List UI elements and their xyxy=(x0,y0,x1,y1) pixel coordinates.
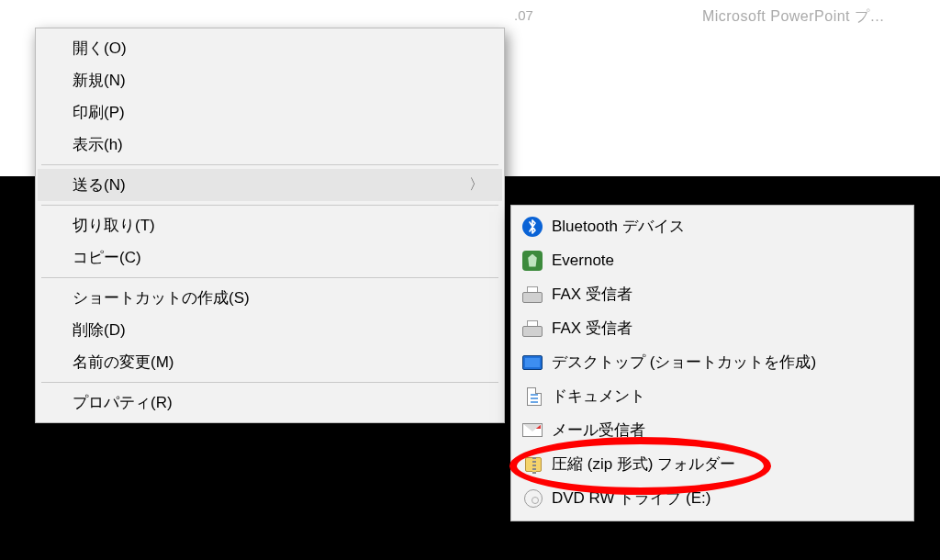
menu-separator xyxy=(41,277,498,278)
menu-item-copy[interactable]: コピー(C) xyxy=(38,241,502,274)
menu-item-create-shortcut[interactable]: ショートカットの作成(S) xyxy=(38,282,502,314)
menu-item-cut[interactable]: 切り取り(T) xyxy=(38,209,502,241)
submenu-arrow-icon: 〉 xyxy=(469,175,484,195)
context-menu[interactable]: 開く(O) 新規(N) 印刷(P) 表示(h) 送る(N) 〉 切り取り(T) … xyxy=(35,28,505,423)
mail-icon xyxy=(522,420,543,441)
menu-item-label: プロパティ(R) xyxy=(73,392,486,413)
evernote-icon xyxy=(522,251,543,271)
submenu-item-fax-2[interactable]: FAX 受信者 xyxy=(513,311,912,345)
fax-icon xyxy=(522,285,543,305)
fax-icon xyxy=(522,319,543,339)
bluetooth-icon xyxy=(522,217,543,237)
submenu-item-label: デスクトップ (ショートカットを作成) xyxy=(552,352,816,373)
title-fragment: .07 xyxy=(514,7,533,23)
submenu-item-compressed-zip-folder[interactable]: 圧縮 (zip 形式) フォルダー xyxy=(513,447,912,481)
zip-folder-icon xyxy=(522,454,543,475)
menu-item-label: 切り取り(T) xyxy=(73,215,486,236)
menu-item-open[interactable]: 開く(O) xyxy=(38,32,502,64)
menu-item-print[interactable]: 印刷(P) xyxy=(38,96,502,129)
desktop-icon xyxy=(522,353,543,373)
menu-item-delete[interactable]: 削除(D) xyxy=(38,314,502,346)
menu-item-label: 新規(N) xyxy=(73,70,486,91)
menu-item-rename[interactable]: 名前の変更(M) xyxy=(38,346,502,378)
submenu-item-evernote[interactable]: Evernote xyxy=(513,243,912,277)
menu-item-label: 削除(D) xyxy=(73,319,486,341)
send-to-submenu[interactable]: Bluetooth デバイス Evernote FAX 受信者 FAX 受信者 … xyxy=(510,205,914,521)
menu-separator xyxy=(41,382,498,383)
menu-separator xyxy=(41,164,498,165)
menu-item-label: ショートカットの作成(S) xyxy=(73,287,486,308)
submenu-item-mail-recipient[interactable]: メール受信者 xyxy=(513,413,912,447)
submenu-item-label: Bluetooth デバイス xyxy=(552,216,685,237)
menu-item-label: 印刷(P) xyxy=(73,102,486,123)
submenu-item-label: DVD RW ドライブ (E:) xyxy=(552,487,711,509)
menu-item-view[interactable]: 表示(h) xyxy=(38,129,502,161)
menu-item-properties[interactable]: プロパティ(R) xyxy=(38,386,502,419)
submenu-item-fax-1[interactable]: FAX 受信者 xyxy=(513,277,912,311)
submenu-item-label: FAX 受信者 xyxy=(552,284,632,305)
dvd-drive-icon xyxy=(522,488,543,509)
submenu-item-label: ドキュメント xyxy=(552,386,645,407)
app-title-fragment: Microsoft PowerPoint プ… xyxy=(702,7,885,27)
submenu-item-desktop-shortcut[interactable]: デスクトップ (ショートカットを作成) xyxy=(513,345,912,379)
menu-item-label: 開く(O) xyxy=(73,38,486,59)
submenu-item-label: FAX 受信者 xyxy=(552,318,632,339)
menu-item-send-to[interactable]: 送る(N) 〉 xyxy=(38,169,502,201)
submenu-item-bluetooth[interactable]: Bluetooth デバイス xyxy=(513,209,912,243)
submenu-item-label: 圧縮 (zip 形式) フォルダー xyxy=(552,454,735,475)
menu-item-label: 名前の変更(M) xyxy=(73,352,486,373)
document-icon xyxy=(522,386,543,407)
submenu-item-documents[interactable]: ドキュメント xyxy=(513,379,912,413)
submenu-item-label: Evernote xyxy=(552,252,614,270)
submenu-item-label: メール受信者 xyxy=(552,420,645,441)
menu-separator xyxy=(41,205,498,206)
menu-item-label: 表示(h) xyxy=(73,134,486,155)
submenu-item-dvd-drive[interactable]: DVD RW ドライブ (E:) xyxy=(513,481,912,515)
menu-item-label: 送る(N) xyxy=(73,174,469,196)
menu-item-new[interactable]: 新規(N) xyxy=(38,64,502,96)
menu-item-label: コピー(C) xyxy=(73,247,486,268)
